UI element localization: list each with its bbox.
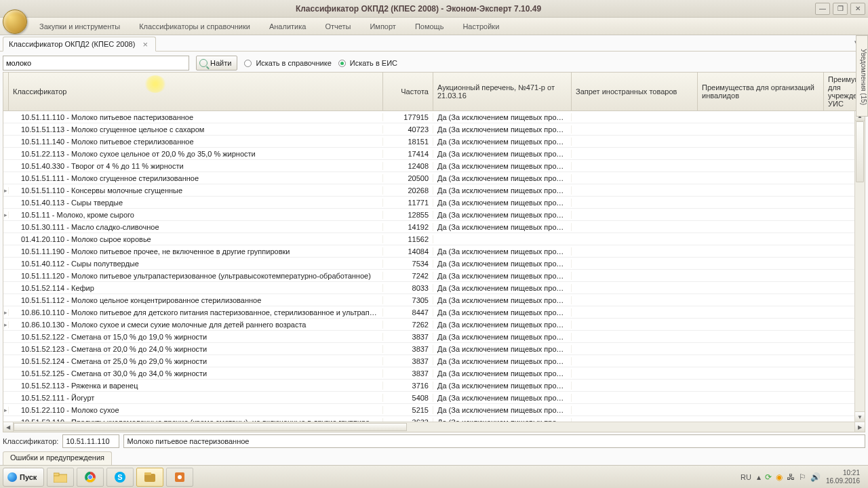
window-title: Классификатор ОКПД2 (КПЕС 2008) - Эконом… [22,4,815,14]
language-indicator[interactable]: RU [741,473,751,481]
table-row[interactable]: 01.41.20.110 - Молоко сырое коровье11562 [3,233,865,245]
menu-item[interactable]: Импорт [360,18,405,35]
table-row[interactable]: ▸10.86.10.130 - Молоко сухое и смеси сух… [3,319,865,331]
table-row[interactable]: 10.51.11.140 - Молоко питьевое стерилизо… [3,136,865,148]
taskbar-chrome[interactable] [77,468,104,487]
table-row[interactable]: 10.51.52.122 - Сметана от 15,0 % до 19,0… [3,331,865,343]
table-row[interactable]: 10.51.52.119 - Продукты кисломолочные пр… [3,416,865,422]
classifier-name-field[interactable]: Молоко питьевое пастеризованное [123,434,865,448]
tray-volume-icon[interactable]: 🔊 [810,472,821,482]
tab-close-icon[interactable]: × [140,39,150,49]
table-row[interactable]: 10.51.40.113 - Сыры твердые11771Да (За и… [3,197,865,209]
column-auction-list[interactable]: Аукционный перечень, №471-р от 21.03.16 [433,73,572,110]
table-row[interactable]: 10.51.52.113 - Ряженка и варенец3716Да (… [3,380,865,392]
cell-classifier: 10.86.10.130 - Молоко сухое и смеси сухи… [9,321,383,329]
close-button[interactable]: ✕ [850,3,865,15]
taskbar-skype[interactable]: S [106,468,134,487]
taskbar-app-active[interactable] [136,468,163,487]
table-row[interactable]: 10.51.30.111 - Масло сладко-сливочное141… [3,221,865,233]
grid-body[interactable]: ▲ ▼ 10.51.11.110 - Молоко питьевое пасте… [3,111,865,422]
maximize-button[interactable]: ❐ [833,3,848,15]
table-row[interactable]: 10.51.40.330 - Творог от 4 % до 11 % жир… [3,160,865,172]
table-row[interactable]: 10.51.40.112 - Сыры полутвердые7534Да (З… [3,258,865,270]
column-disabled-priv[interactable]: Преимущества для организаций инвалидов [698,73,824,110]
table-row[interactable]: 10.51.52.114 - Кефир8033Да (За исключени… [3,282,865,294]
cell-classifier: 10.51.11.190 - Молоко питьевое прочее, н… [9,247,383,256]
minimize-button[interactable]: — [815,3,830,15]
menu-item[interactable]: Аналитика [260,18,315,35]
document-tabs: Классификатор ОКПД2 (КПЕС 2008) × ▾ [0,35,868,52]
cell-frequency: 3837 [383,357,433,365]
tray-up-icon[interactable]: ▴ [757,472,761,482]
cell-classifier: 10.51.52.125 - Сметана от 30,0 % до 34,0… [9,369,383,378]
tray-sync-icon[interactable]: ⟳ [765,472,772,482]
table-row[interactable]: 10.51.52.123 - Сметана от 20,0 % до 24,0… [3,343,865,355]
find-button[interactable]: Найти [196,56,237,70]
menu-item[interactable]: Отчеты [315,18,360,35]
cell-auction: Да (За исключением пищевых продукт... [433,308,572,317]
menu-item[interactable]: Настройки [453,18,509,35]
cell-classifier: 10.51.51.110 - Консервы молочные сгущенн… [9,186,383,195]
vertical-scrollbar[interactable]: ▲ ▼ [854,111,865,422]
taskbar-explorer[interactable] [47,468,74,487]
tray-network-icon[interactable]: 🖧 [787,472,795,482]
horizontal-scrollbar[interactable]: ◀ ▶ [3,422,865,432]
cursor-highlight [144,75,166,93]
table-row[interactable]: 10.51.11.190 - Молоко питьевое прочее, н… [3,245,865,258]
cell-auction: Да (За исключением пищевых продукт... [433,321,572,329]
column-frequency[interactable]: Частота [383,73,433,110]
table-row[interactable]: 10.51.22.113 - Молоко сухое цельное от 2… [3,148,865,160]
radio-search-eis[interactable]: Искать в ЕИС [338,59,397,67]
tab-classifier[interactable]: Классификатор ОКПД2 (КПЕС 2008) × [3,37,156,52]
scroll-left-icon[interactable]: ◀ [3,422,14,432]
cell-classifier: 10.51.52.113 - Ряженка и варенец [9,382,383,390]
app-logo[interactable] [3,9,27,34]
cell-frequency: 20268 [383,186,433,195]
table-row[interactable]: ▸10.51.22.110 - Молоко сухое5215Да (За и… [3,404,865,416]
menu-item[interactable]: Помощь [406,18,454,35]
menu-item[interactable]: Классификаторы и справочники [130,18,260,35]
notifications-side-tab[interactable]: Уведомления (15) [856,35,868,117]
clock[interactable]: 10:21 16.09.2016 [826,469,860,485]
cell-auction: Да (За исключением пищевых продукт... [433,406,572,414]
tray-action-icon[interactable]: ⚐ [799,472,806,482]
cell-classifier: 10.51.52.114 - Кефир [9,284,383,292]
cell-auction: Да (За исключением пищевых продукт... [433,345,572,353]
table-row[interactable]: ▸10.51.51.110 - Консервы молочные сгущен… [3,184,865,197]
scroll-right-icon[interactable]: ▶ [854,422,865,432]
start-button[interactable]: Пуск [3,468,44,487]
table-row[interactable]: 10.51.52.111 - Йогурт5408Да (За исключен… [3,392,865,404]
search-input[interactable] [3,56,189,70]
cell-classifier: 10.51.51.112 - Молоко цельное концентрир… [9,296,383,304]
scroll-thumb[interactable] [856,121,864,182]
radio-search-directory[interactable]: Искать в справочнике [244,59,331,67]
menu-item[interactable]: Закупки и инструменты [30,18,130,35]
scroll-down-icon[interactable]: ▼ [855,411,865,422]
column-foreign-ban[interactable]: Запрет иностранных товаров [572,73,698,110]
table-row[interactable]: 10.51.51.112 - Молоко цельное концентрир… [3,294,865,306]
taskbar: Пуск S RU ▴ ⟳ ◉ 🖧 ⚐ 🔊 10:21 16.09.2016 [0,465,868,488]
cell-frequency: 5408 [383,394,433,402]
table-row[interactable]: ▸10.51.11 - Молоко, кроме сырого12855Да … [3,209,865,221]
table-row[interactable]: 10.51.52.125 - Сметана от 30,0 % до 34,0… [3,367,865,380]
table-row[interactable]: 10.51.52.124 - Сметана от 25,0 % до 29,0… [3,355,865,367]
cell-auction: Да (За исключением пищевых продукт... [433,369,572,378]
classifier-code-field[interactable]: 10.51.11.110 [62,434,119,448]
cell-auction: Да (За исключением пищевых продукт... [433,394,572,402]
table-row[interactable]: 10.51.11.120 - Молоко питьевое ультрапас… [3,270,865,282]
cell-classifier: 10.51.52.111 - Йогурт [9,394,383,402]
table-row[interactable]: 10.51.11.110 - Молоко питьевое пастеризо… [3,111,865,123]
cell-frequency: 3837 [383,333,433,341]
table-row[interactable]: 10.51.51.111 - Молоко сгущенное стерилиз… [3,172,865,184]
table-row[interactable]: 10.51.51.113 - Молоко сгущенное цельное … [3,123,865,136]
radio-icon [244,60,252,67]
cell-auction: Да (За исключением пищевых продукт... [433,296,572,304]
cell-auction: Да (За исключением пищевых продукт... [433,138,572,146]
cell-classifier: 10.51.22.113 - Молоко сухое цельное от 2… [9,150,383,158]
table-row[interactable]: ▸10.86.10.110 - Молоко питьевое для детс… [3,306,865,319]
taskbar-recorder[interactable] [166,468,193,487]
errors-tab[interactable]: Ошибки и предупреждения [3,451,112,465]
hscroll-thumb[interactable] [14,423,407,431]
tray-shield-icon[interactable]: ◉ [776,472,783,482]
column-classifier[interactable]: Классификатор [9,73,383,110]
